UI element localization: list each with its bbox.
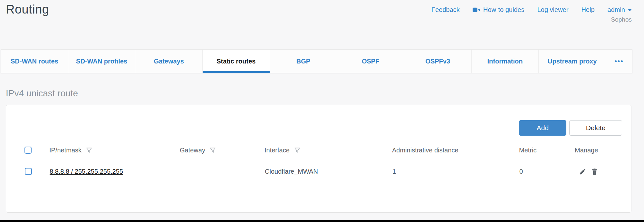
tab-bgp[interactable]: BGP [270,50,337,73]
delete-button[interactable]: Delete [569,120,622,136]
column-header-interface: Interface [264,147,290,154]
row-checkbox[interactable] [25,168,32,175]
tab-overflow-menu[interactable]: ••• [606,50,632,73]
select-all-checkbox[interactable] [24,147,32,154]
top-bar: Routing Feedback How-to guides Log viewe… [0,0,644,49]
filter-icon[interactable] [209,147,216,154]
column-header-manage: Manage [575,147,598,154]
table-actions: Add Delete [519,120,622,136]
column-header-gateway: Gateway [180,147,205,154]
column-header-metric: Metric [519,147,536,154]
top-nav: Feedback How-to guides Log viewer Help a… [431,2,632,23]
route-ip-netmask-link[interactable]: 8.8.8.8 / 255.255.255.255 [50,168,123,175]
tab-ospfv3[interactable]: OSPFv3 [404,50,471,73]
bottom-edge-bar [0,220,644,222]
route-administrative-distance-value: 1 [392,168,396,175]
route-metric-value: 0 [519,168,523,175]
tab-bar: SD-WAN routes SD-WAN profiles Gateways S… [1,49,632,73]
caret-down-icon [628,9,632,11]
tab-ospf[interactable]: OSPF [337,50,404,73]
section-title: IPv4 unicast route [6,88,78,99]
video-camera-icon [473,7,480,13]
filter-icon[interactable] [85,147,93,154]
tab-information[interactable]: Information [471,50,539,73]
admin-menu[interactable]: admin [608,6,632,14]
tab-sdwan-profiles[interactable]: SD-WAN profiles [68,50,135,73]
howto-guides-link[interactable]: How-to guides [473,6,524,14]
help-link[interactable]: Help [581,6,594,14]
brand-label: Sophos [608,16,632,23]
tab-static-routes[interactable]: Static routes [202,50,270,73]
feedback-link[interactable]: Feedback [431,6,460,14]
add-button[interactable]: Add [519,120,566,136]
tab-gateways[interactable]: Gateways [135,50,202,73]
log-viewer-link[interactable]: Log viewer [537,6,569,14]
delete-icon[interactable] [591,168,598,175]
filter-icon[interactable] [293,147,301,154]
edit-icon[interactable] [579,168,586,175]
route-interface-value: Cloudflare_MWAN [265,168,318,175]
page-title: Routing [6,2,49,16]
column-header-ip-netmask: IP/netmask [49,147,82,154]
static-routes-card: Add Delete IP/netmask Gateway Interface … [6,105,631,213]
tab-sdwan-routes[interactable]: SD-WAN routes [1,50,68,73]
column-header-administrative-distance: Administrative distance [392,147,458,154]
tab-upstream-proxy[interactable]: Upstream proxy [538,50,606,73]
table-header-row: IP/netmask Gateway Interface Administrat… [16,141,622,159]
table-row: 8.8.8.8 / 255.255.255.255 Cloudflare_MWA… [16,160,622,183]
